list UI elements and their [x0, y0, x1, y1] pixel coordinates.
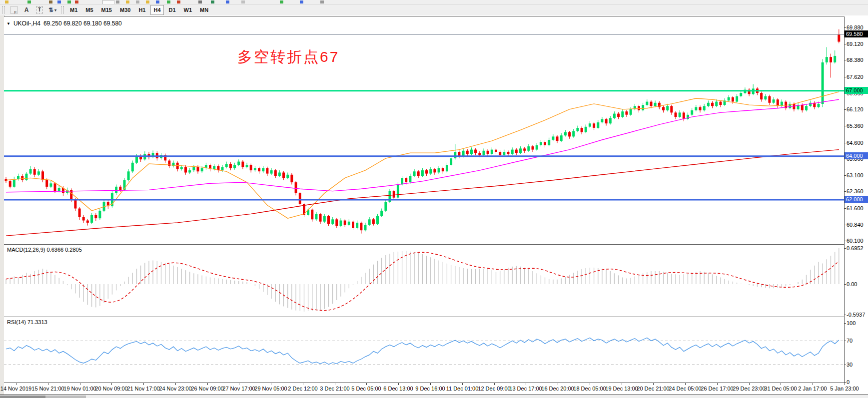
main-chart-canvas[interactable] [4, 17, 845, 245]
date-axis-tick-mark [207, 383, 208, 385]
clipped-icon-fragment [67, 0, 71, 3]
timeframe-button-mn[interactable]: MN [197, 5, 211, 15]
rsi-canvas[interactable] [4, 318, 845, 383]
toolbar-drag-handle[interactable] [2, 6, 5, 14]
axis-tick-mark [844, 284, 846, 285]
timeframe-button-h4[interactable]: H4 [150, 5, 163, 15]
clipped-icon-fragment [177, 0, 180, 3]
macd-axis-tick: -0.5937 [847, 312, 865, 318]
date-axis-label: 5 Jan 23:00 [822, 386, 867, 392]
swap-arrows-icon[interactable]: ⇅▾ [47, 5, 57, 14]
axis-tick-mark [844, 225, 846, 225]
rsi-axis-tick: 0 [847, 379, 850, 385]
macd-axis-tick: 0.6952 [847, 245, 864, 251]
date-axis-tick-mark [494, 383, 495, 385]
macd-canvas[interactable] [4, 246, 845, 317]
axis-tick-mark [844, 248, 846, 249]
timeframe-button-h1[interactable]: H1 [135, 5, 148, 15]
date-axis: 14 Nov 201915 Nov 21:0019 Nov 01:0020 No… [4, 383, 845, 395]
clipped-icon-fragment [57, 0, 61, 3]
date-axis-tick-mark [48, 383, 48, 385]
date-axis-tick-mark [717, 383, 718, 385]
price-axis-tick: 67.620 [847, 74, 864, 80]
clipped-icon-fragment [198, 0, 202, 3]
clipped-icon-fragment [241, 0, 245, 3]
clipped-icon-fragment [167, 0, 170, 3]
axis-tick-mark [844, 77, 846, 77]
clipped-icon-fragment [49, 0, 52, 3]
clipped-icon-fragment [146, 0, 149, 3]
timeframe-button-d1[interactable]: D1 [166, 5, 179, 15]
date-axis-tick-mark [685, 383, 686, 385]
axis-tick-mark [844, 191, 846, 192]
clipped-icon-fragment [300, 0, 303, 3]
axis-tick-mark [844, 208, 846, 209]
rsi-axis-tick: 30 [847, 362, 853, 368]
axis-tick-mark [844, 365, 846, 365]
text-box-t-icon[interactable]: T [34, 5, 44, 14]
date-axis-tick-mark [303, 383, 303, 385]
dotted-grid-f-icon[interactable]: F [8, 5, 18, 14]
axis-tick-mark [844, 315, 846, 315]
date-axis-tick-mark [80, 383, 80, 385]
axis-tick-mark [844, 109, 846, 110]
date-axis-tick-mark [271, 383, 271, 385]
clipped-icon-fragment [156, 0, 159, 3]
symbol-dropdown-icon[interactable]: ▼ [6, 21, 10, 26]
mt4-window: { "toolbar": { "tool_icons": [ {"name": … [0, 0, 868, 398]
clipped-icon-fragment [320, 0, 324, 3]
price-level-badge: 69.580 [845, 30, 868, 37]
clipped-icon-fragment [226, 0, 229, 3]
macd-label: MACD(12,26,9) 0.6366 0.2805 [7, 247, 82, 253]
date-axis-tick-mark [430, 383, 431, 385]
clipped-icon-fragment [136, 0, 139, 3]
chart-annotation-text: 多空转折点67 [237, 47, 339, 67]
dropdown-caret-icon: ▾ [54, 8, 56, 12]
date-axis-tick-mark [335, 383, 335, 385]
clipped-icon-fragment [280, 0, 283, 3]
date-axis-tick-mark [781, 383, 781, 385]
timeframe-button-m1[interactable]: M1 [67, 5, 80, 15]
text-a-icon[interactable]: A [21, 5, 31, 14]
date-axis-tick-mark [813, 383, 813, 385]
date-axis-tick-mark [622, 383, 622, 385]
price-axis-tick: 62.360 [847, 188, 864, 194]
axis-tick-mark [844, 341, 846, 341]
date-axis-tick-mark [398, 383, 399, 385]
axis-tick-mark [844, 27, 846, 28]
axis-tick-mark [844, 44, 846, 44]
date-axis-tick-mark [845, 383, 845, 385]
timeframe-button-m5[interactable]: M5 [82, 5, 96, 15]
date-axis-tick-mark [239, 383, 239, 385]
clipped-icon-fragment [27, 0, 31, 3]
timeframe-button-m15[interactable]: M15 [98, 5, 115, 15]
scrollbar-thumb[interactable] [0, 396, 45, 398]
axis-tick-mark [844, 241, 846, 241]
date-axis-tick-mark [175, 383, 176, 385]
date-axis-tick-mark [558, 383, 558, 385]
price-level-badge: 67.000 [845, 87, 868, 94]
clipped-icon-fragment [211, 0, 214, 3]
axis-tick-mark [844, 175, 846, 176]
date-axis-tick-mark [526, 383, 526, 385]
price-level-badge: 64.000 [845, 152, 868, 159]
chart-ohlc-values: 69.250 69.820 69.180 69.580 [43, 20, 122, 27]
timeframe-button-m30[interactable]: M30 [117, 5, 133, 15]
clipped-icon-fragment [5, 0, 8, 3]
date-axis-tick-mark [590, 383, 590, 385]
date-axis-tick-mark [111, 383, 112, 385]
axis-tick-mark [844, 323, 846, 324]
date-axis-tick-mark [749, 383, 750, 385]
price-axis-tick: 63.100 [847, 172, 864, 178]
chart-title: ▼ UKOil-,H4 69.250 69.820 69.180 69.580 [6, 20, 122, 27]
timeframe-button-w1[interactable]: W1 [181, 5, 195, 15]
macd-indicator-pane [4, 246, 845, 317]
chart-symbol-timeframe: UKOil-,H4 [13, 20, 40, 27]
date-axis-tick-mark [143, 383, 144, 385]
clipped-icon-fragment [75, 0, 78, 3]
timeframe-toolbar-drag-handle[interactable] [61, 6, 64, 14]
scrollbar-track-segment[interactable] [45, 396, 86, 398]
date-axis-tick-mark [16, 383, 16, 385]
macd-axis-tick: 0.00 [847, 281, 857, 287]
price-axis-tick: 60.100 [847, 238, 864, 244]
